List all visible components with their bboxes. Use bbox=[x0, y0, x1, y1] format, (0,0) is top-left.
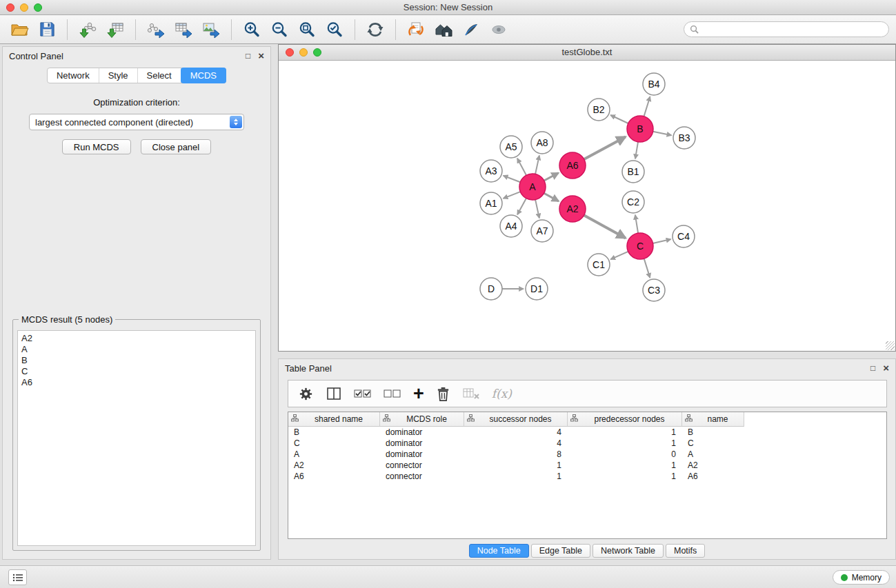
delete-table-button[interactable] bbox=[462, 386, 480, 401]
annotations-button[interactable] bbox=[459, 17, 484, 42]
edge-C-C4[interactable] bbox=[653, 239, 671, 243]
import-table-button[interactable] bbox=[103, 17, 128, 42]
column-header-successor-nodes[interactable]: successor nodes bbox=[464, 412, 568, 427]
network-graph[interactable]: B4B2BB3A5A8A6A3B1AC2A1A2A4A7C4CC1DD1C3 bbox=[279, 61, 895, 351]
mcds-result-item[interactable]: B bbox=[21, 355, 252, 366]
export-table-button[interactable] bbox=[171, 17, 196, 42]
home-button[interactable] bbox=[431, 17, 456, 42]
edge-A6-B[interactable] bbox=[584, 136, 626, 159]
select-all-button[interactable] bbox=[354, 387, 372, 400]
zoom-fit-button[interactable] bbox=[295, 17, 319, 42]
search-input[interactable] bbox=[702, 24, 883, 34]
edge-A2-C[interactable] bbox=[584, 215, 626, 238]
minimize-network-button[interactable] bbox=[299, 48, 308, 57]
zoom-in-button[interactable] bbox=[239, 17, 264, 42]
node-A4[interactable]: A4 bbox=[500, 215, 522, 237]
edge-B-B1[interactable] bbox=[635, 142, 638, 159]
table-row[interactable]: Adominator80A bbox=[288, 449, 886, 460]
close-window-button[interactable] bbox=[6, 3, 14, 12]
table-row[interactable]: Cdominator41C bbox=[288, 438, 886, 449]
close-panel-icon[interactable]: × bbox=[258, 51, 264, 61]
column-header-shared-name[interactable]: shared name bbox=[288, 412, 380, 427]
mcds-result-list[interactable]: A2ABCA6 bbox=[17, 330, 256, 546]
birds-eye-button[interactable] bbox=[486, 17, 511, 42]
node-A3[interactable]: A3 bbox=[480, 160, 502, 182]
mcds-result-item[interactable]: C bbox=[21, 366, 252, 377]
resize-grip[interactable] bbox=[886, 341, 895, 350]
node-B[interactable]: B bbox=[627, 116, 653, 142]
table-settings-button[interactable] bbox=[298, 386, 314, 402]
preferred-layout-button[interactable] bbox=[404, 17, 428, 42]
tab-select[interactable]: Select bbox=[138, 68, 181, 83]
edge-A-A1[interactable] bbox=[504, 192, 521, 199]
edge-A-A7[interactable] bbox=[535, 200, 539, 219]
show-columns-button[interactable] bbox=[326, 386, 342, 401]
minimize-window-button[interactable] bbox=[20, 3, 28, 12]
edge-A-A5[interactable] bbox=[517, 159, 526, 175]
network-window-titlebar[interactable]: testGlobe.txt bbox=[279, 45, 895, 61]
node-C[interactable]: C bbox=[627, 233, 653, 259]
node-D1[interactable]: D1 bbox=[526, 278, 548, 300]
edge-A-A4[interactable] bbox=[517, 199, 526, 215]
task-history-button[interactable] bbox=[8, 569, 27, 585]
node-A5[interactable]: A5 bbox=[500, 136, 522, 158]
mcds-result-item[interactable]: A bbox=[21, 344, 252, 355]
tab-node-table[interactable]: Node Table bbox=[469, 544, 529, 558]
node-C4[interactable]: C4 bbox=[673, 225, 695, 247]
node-A1[interactable]: A1 bbox=[480, 192, 502, 214]
node-A7[interactable]: A7 bbox=[531, 220, 553, 242]
table-row[interactable]: Bdominator41B bbox=[288, 427, 886, 438]
import-network-button[interactable] bbox=[75, 17, 100, 42]
mcds-result-item[interactable]: A6 bbox=[21, 377, 252, 388]
close-table-panel-icon[interactable]: × bbox=[883, 363, 889, 373]
table-row[interactable]: A6connector11A6 bbox=[288, 471, 886, 482]
node-A6[interactable]: A6 bbox=[559, 152, 586, 179]
edge-C-C3[interactable] bbox=[644, 258, 650, 278]
node-C2[interactable]: C2 bbox=[622, 191, 644, 213]
edge-B-B2[interactable] bbox=[610, 115, 628, 123]
delete-column-button[interactable] bbox=[436, 386, 450, 402]
tab-edge-table[interactable]: Edge Table bbox=[531, 544, 590, 558]
close-network-button[interactable] bbox=[286, 48, 294, 57]
deselect-all-button[interactable] bbox=[384, 387, 401, 400]
open-session-button[interactable] bbox=[7, 17, 32, 42]
zoom-selected-button[interactable] bbox=[322, 17, 347, 42]
column-header-predecessor-nodes[interactable]: predecessor nodes bbox=[568, 412, 682, 427]
tab-mcds[interactable]: MCDS bbox=[181, 68, 226, 83]
zoom-out-button[interactable] bbox=[267, 17, 292, 42]
node-B4[interactable]: B4 bbox=[643, 73, 665, 95]
edge-A-A3[interactable] bbox=[504, 176, 521, 182]
memory-button[interactable]: Memory bbox=[833, 570, 890, 585]
column-header-name[interactable]: name bbox=[682, 412, 744, 427]
edge-A-A6[interactable] bbox=[544, 173, 559, 181]
node-A8[interactable]: A8 bbox=[531, 132, 553, 154]
edge-B-B4[interactable] bbox=[644, 97, 650, 116]
tab-motifs[interactable]: Motifs bbox=[666, 544, 705, 558]
tab-style[interactable]: Style bbox=[99, 68, 138, 83]
node-C3[interactable]: C3 bbox=[643, 279, 665, 301]
add-column-button[interactable]: + bbox=[413, 386, 424, 401]
function-builder-button[interactable]: f(x) bbox=[492, 387, 512, 401]
edge-A-A8[interactable] bbox=[535, 156, 539, 174]
node-A[interactable]: A bbox=[519, 174, 546, 200]
export-network-button[interactable] bbox=[143, 17, 168, 42]
node-A2[interactable]: A2 bbox=[559, 196, 586, 222]
refresh-layout-button[interactable] bbox=[363, 17, 388, 42]
zoom-network-button[interactable] bbox=[313, 48, 321, 57]
node-B1[interactable]: B1 bbox=[622, 161, 644, 183]
edge-A-A2[interactable] bbox=[544, 193, 559, 201]
criterion-select[interactable]: largest connected component (directed) bbox=[29, 114, 244, 130]
export-image-button[interactable] bbox=[199, 17, 223, 42]
tab-network[interactable]: Network bbox=[48, 68, 99, 83]
edge-B-B3[interactable] bbox=[653, 132, 672, 135]
run-mcds-button[interactable]: Run MCDS bbox=[62, 139, 131, 154]
mcds-result-item[interactable]: A2 bbox=[21, 333, 252, 344]
tab-network-table[interactable]: Network Table bbox=[593, 544, 664, 558]
edge-C-C1[interactable] bbox=[610, 252, 628, 259]
column-header-mcds-role[interactable]: MCDS role bbox=[380, 412, 464, 427]
close-panel-button[interactable]: Close panel bbox=[141, 139, 212, 154]
node-B2[interactable]: B2 bbox=[588, 99, 610, 121]
float-panel-icon[interactable]: □ bbox=[246, 52, 250, 60]
save-session-button[interactable] bbox=[34, 17, 59, 42]
network-canvas[interactable]: B4B2BB3A5A8A6A3B1AC2A1A2A4A7C4CC1DD1C3 bbox=[279, 61, 895, 351]
